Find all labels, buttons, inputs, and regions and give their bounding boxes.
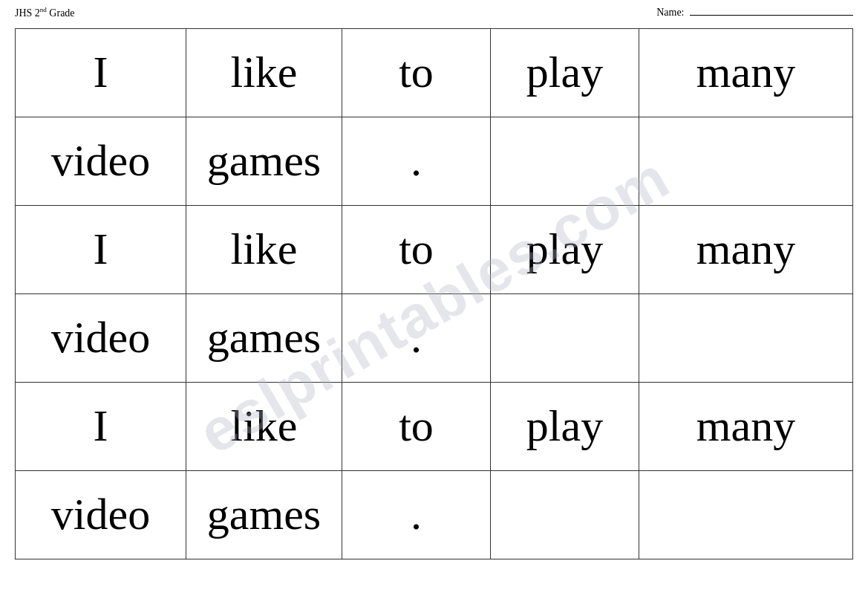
word-grid: Iliketoplaymanyvideogames.Iliketoplayman… [15, 28, 853, 559]
table-cell: . [342, 117, 491, 205]
grade-label: JHS 2nd Grade [15, 6, 75, 19]
table-cell: many [639, 206, 852, 293]
table-cell: like [186, 29, 342, 117]
name-field-label: Name: [656, 7, 853, 19]
table-cell: to [342, 29, 491, 117]
table-row: Iliketoplaymany [16, 383, 852, 471]
table-row: videogames. [16, 294, 852, 383]
table-cell: many [639, 383, 852, 470]
table-cell: to [342, 383, 491, 470]
table-cell: to [342, 206, 491, 293]
table-cell: video [16, 117, 186, 205]
table-cell: play [491, 29, 639, 117]
table-cell [639, 294, 852, 382]
table-cell: games [186, 294, 342, 382]
table-cell: I [16, 383, 186, 470]
page-header: JHS 2nd Grade Name: [0, 0, 868, 25]
table-cell [491, 471, 639, 559]
table-cell: . [342, 471, 491, 559]
table-cell: games [186, 117, 342, 205]
table-cell: games [186, 471, 342, 559]
table-cell: I [16, 206, 186, 293]
table-cell: like [186, 383, 342, 470]
table-row: Iliketoplaymany [16, 29, 852, 117]
table-cell [491, 117, 639, 205]
table-cell: play [491, 383, 639, 470]
table-row: Iliketoplaymany [16, 206, 852, 294]
table-cell [639, 117, 852, 205]
name-line [690, 15, 853, 16]
table-cell [491, 294, 639, 382]
table-row: videogames. [16, 471, 852, 559]
table-cell: video [16, 471, 186, 559]
table-cell: play [491, 206, 639, 293]
table-cell: video [16, 294, 186, 382]
table-cell: like [186, 206, 342, 293]
table-cell: . [342, 294, 491, 382]
table-cell: many [639, 29, 852, 117]
table-row: videogames. [16, 117, 852, 206]
table-cell [639, 471, 852, 559]
table-cell: I [16, 29, 186, 117]
